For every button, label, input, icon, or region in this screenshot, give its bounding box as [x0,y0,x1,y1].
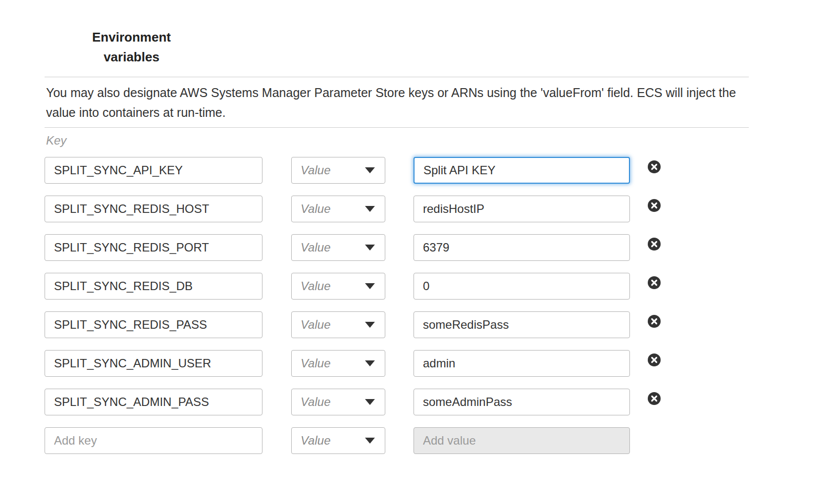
type-select-label: Value [301,279,331,293]
value-input[interactable] [414,389,630,415]
type-select-label: Value [301,356,331,370]
add-key-input[interactable] [45,427,262,454]
env-var-row: Value [45,311,661,338]
key-input[interactable] [45,234,262,261]
value-input[interactable] [414,273,630,300]
remove-icon [647,314,661,328]
chevron-down-icon [365,438,375,444]
remove-icon [647,392,661,405]
type-select[interactable]: Value [291,389,385,415]
chevron-down-icon [365,206,375,212]
remove-row-button[interactable] [647,314,661,328]
remove-row-button[interactable] [647,392,661,405]
type-select-label: Value [301,241,331,254]
remove-row-button[interactable] [647,160,661,174]
add-value-input[interactable] [414,427,630,454]
env-var-row: Value [45,234,661,261]
chevron-down-icon [365,283,375,289]
chevron-down-icon [365,322,375,328]
key-input[interactable] [45,389,262,415]
remove-row-button[interactable] [647,276,661,290]
add-env-var-row: Value [45,427,661,454]
type-select[interactable]: Value [291,273,385,300]
value-input[interactable] [414,196,630,222]
chevron-down-icon [365,399,375,405]
env-var-row: Value [45,273,661,300]
key-input[interactable] [45,273,262,300]
divider [45,77,749,77]
value-input[interactable] [414,234,630,261]
chevron-down-icon [365,360,375,366]
type-select-label: Value [301,434,331,448]
remove-icon [647,199,661,212]
remove-icon [647,276,661,290]
section-label: Environment variables [91,27,172,67]
remove-row-button[interactable] [647,353,661,367]
type-select-label: Value [301,318,331,332]
chevron-down-icon [365,167,375,173]
type-select[interactable]: Value [291,196,385,222]
env-var-row: Value [45,389,661,415]
env-var-row: Value [45,196,661,222]
type-select[interactable]: Value [291,311,385,338]
divider [45,127,749,128]
key-input[interactable] [45,350,262,377]
env-var-rows: Value Value [45,157,661,466]
env-var-row: Value [45,157,661,184]
key-input[interactable] [45,196,262,222]
description-text: You may also designate AWS Systems Manag… [46,83,754,122]
remove-row-button[interactable] [647,237,661,251]
type-select[interactable]: Value [291,427,385,454]
type-select-label: Value [301,163,331,177]
type-select[interactable]: Value [291,157,385,184]
type-select-label: Value [301,202,331,216]
type-select[interactable]: Value [291,234,385,261]
type-select-label: Value [301,395,331,409]
chevron-down-icon [365,245,375,251]
value-input[interactable] [414,311,630,338]
remove-icon [647,353,661,367]
environment-variables-section: Environment variables You may also desig… [0,0,831,504]
key-input[interactable] [45,311,262,338]
type-select[interactable]: Value [291,350,385,377]
value-input[interactable] [414,350,630,377]
remove-row-button[interactable] [647,199,661,212]
key-input[interactable] [45,157,262,184]
key-column-header: Key [46,134,66,148]
remove-icon [647,160,661,174]
value-input[interactable] [414,157,630,184]
env-var-row: Value [45,350,661,377]
remove-icon [647,237,661,251]
